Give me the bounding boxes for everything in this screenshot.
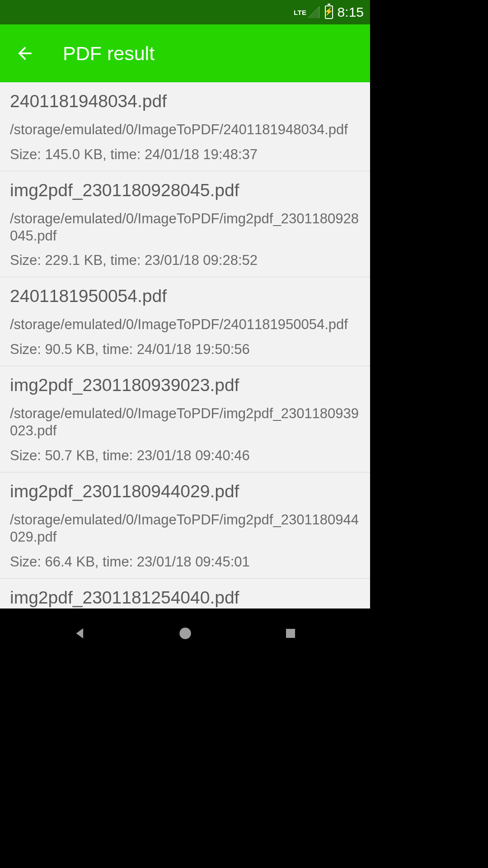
file-path: /storage/emulated/0/ImageToPDF/img2pdf_2… bbox=[10, 210, 360, 245]
file-meta: Size: 50.7 KB, time: 23/01/18 09:40:46 bbox=[10, 448, 360, 464]
file-list[interactable]: 2401181948034.pdf/storage/emulated/0/Ima… bbox=[0, 82, 370, 609]
list-item[interactable]: img2pdf_2301180928045.pdf/storage/emulat… bbox=[0, 171, 370, 278]
file-path: /storage/emulated/0/ImageToPDF/img2pdf_2… bbox=[10, 405, 360, 439]
back-button[interactable] bbox=[11, 40, 38, 67]
nav-back-button[interactable] bbox=[66, 620, 94, 647]
nav-recent-button[interactable] bbox=[277, 620, 304, 647]
square-recent-icon bbox=[284, 627, 297, 640]
back-arrow-icon bbox=[15, 43, 35, 63]
file-name: img2pdf_2301180944029.pdf bbox=[10, 481, 360, 501]
signal-icon bbox=[308, 6, 319, 18]
file-name: 2401181950054.pdf bbox=[10, 286, 360, 306]
navigation-bar bbox=[0, 609, 370, 658]
list-item[interactable]: 2401181948034.pdf/storage/emulated/0/Ima… bbox=[0, 82, 370, 171]
svg-point-0 bbox=[179, 627, 191, 639]
triangle-back-icon bbox=[72, 626, 88, 641]
file-path: /storage/emulated/0/ImageToPDF/240118195… bbox=[10, 316, 360, 333]
file-path: /storage/emulated/0/ImageToPDF/240118194… bbox=[10, 121, 360, 138]
svg-rect-1 bbox=[286, 629, 295, 638]
file-name: img2pdf_2301181254040.pdf bbox=[10, 588, 360, 608]
list-item[interactable]: 2401181950054.pdf/storage/emulated/0/Ima… bbox=[0, 277, 370, 366]
circle-home-icon bbox=[178, 626, 193, 641]
list-item[interactable]: img2pdf_2301180944029.pdf/storage/emulat… bbox=[0, 472, 370, 579]
file-meta: Size: 66.4 KB, time: 23/01/18 09:45:01 bbox=[10, 554, 360, 570]
network-indicator: LTE bbox=[294, 9, 307, 16]
clock: 8:15 bbox=[338, 5, 364, 20]
page-title: PDF result bbox=[63, 42, 155, 65]
file-name: 2401181948034.pdf bbox=[10, 91, 360, 111]
file-meta: Size: 90.5 KB, time: 24/01/18 19:50:56 bbox=[10, 341, 360, 358]
battery-charging-icon bbox=[325, 5, 333, 19]
nav-home-button[interactable] bbox=[172, 620, 199, 647]
file-path: /storage/emulated/0/ImageToPDF/img2pdf_2… bbox=[10, 511, 360, 546]
file-meta: Size: 229.1 KB, time: 23/01/18 09:28:52 bbox=[10, 252, 360, 269]
list-item[interactable]: img2pdf_2301181254040.pdf/storage/emulat… bbox=[0, 579, 370, 609]
list-item[interactable]: img2pdf_2301180939023.pdf/storage/emulat… bbox=[0, 366, 370, 472]
status-bar: LTE 8:15 bbox=[0, 0, 370, 24]
app-bar: PDF result bbox=[0, 24, 370, 82]
file-name: img2pdf_2301180939023.pdf bbox=[10, 375, 360, 395]
file-meta: Size: 145.0 KB, time: 24/01/18 19:48:37 bbox=[10, 146, 360, 163]
file-name: img2pdf_2301180928045.pdf bbox=[10, 180, 360, 200]
